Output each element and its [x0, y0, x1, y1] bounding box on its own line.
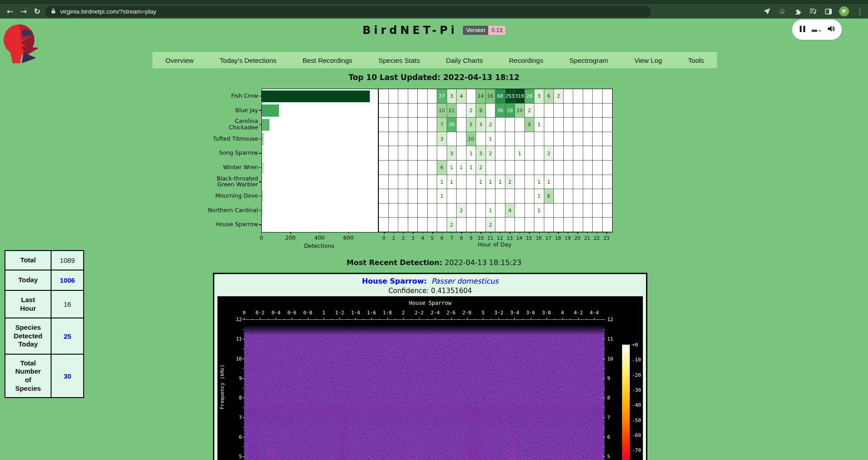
hour-tick-label: 7	[450, 235, 453, 241]
heatmap-cell	[583, 89, 593, 104]
spec-freq-tick	[603, 456, 605, 457]
heatmap-cell	[564, 204, 574, 218]
heatmap-cell	[476, 189, 486, 204]
nav-item-today-s-detections[interactable]: Today's Detections	[217, 57, 279, 64]
nav-item-species-stats[interactable]: Species Stats	[376, 57, 423, 64]
heatmap-cell	[593, 132, 603, 147]
media-playlist-icon[interactable]	[808, 7, 817, 16]
hour-tick-label: 11	[487, 235, 493, 241]
spec-freq-tick	[603, 339, 605, 339]
address-bar[interactable]: virginia.birdnetpi.com/?stream=play	[45, 6, 651, 17]
heatmap-cell	[554, 189, 564, 204]
heatmap-cell	[564, 175, 574, 190]
spec-time-label: 4	[561, 310, 564, 316]
heatmap-cell	[389, 175, 399, 190]
spec-time-label: 3·2	[494, 310, 503, 316]
back-button[interactable]: ←	[4, 4, 16, 19]
nav-item-recordings[interactable]: Recordings	[506, 57, 546, 64]
menu-dots-icon[interactable]: ⋮	[855, 7, 864, 16]
heatmap-cell	[544, 104, 554, 118]
side-panel-icon[interactable]	[824, 7, 833, 16]
pause-icon[interactable]	[799, 25, 806, 34]
stats-row-last-hour: LastHour16	[5, 290, 84, 318]
species-label-song-sparrow: Song Sparrow	[205, 146, 258, 160]
nav-item-best-recordings[interactable]: Best Recordings	[300, 57, 355, 64]
nav-item-daily-charts[interactable]: Daily Charts	[443, 57, 486, 64]
heatmap-cell	[564, 118, 574, 132]
hour-tick-label: 16	[536, 235, 542, 241]
heatmap-cell	[389, 132, 399, 147]
detection-species[interactable]: House Sparrow:	[362, 277, 426, 285]
nav-item-spectrogram[interactable]: Spectrogram	[566, 57, 611, 64]
heatmap-cell	[573, 118, 583, 132]
heatmap-cell	[408, 146, 418, 161]
hour-tick-mark	[481, 232, 481, 234]
heatmap-cell	[593, 89, 603, 104]
spec-freq-minortick	[242, 446, 244, 447]
species-label-blue-jay: Blue Jay	[205, 103, 258, 118]
nav-item-overview[interactable]: Overview	[163, 57, 197, 64]
heatmap-cell	[573, 175, 583, 190]
heatmap-cell	[554, 218, 564, 232]
heatmap-cell	[408, 189, 418, 204]
heatmap-cell: 4	[505, 204, 515, 218]
heatmap-cell: 6	[544, 189, 554, 204]
heatmap-cell	[495, 132, 505, 147]
heatmap-cell: 4	[457, 89, 467, 104]
volume-icon[interactable]	[827, 25, 835, 34]
heatmap-cell	[457, 175, 467, 190]
heatmap-cell	[544, 118, 554, 132]
hour-tick-label: 0	[382, 235, 386, 241]
bar-black-throated-green-warbler	[262, 176, 263, 188]
nav-bar: OverviewToday's DetectionsBest Recording…	[152, 52, 717, 68]
hour-tick-mark	[413, 232, 413, 234]
heatmap-cell	[418, 132, 428, 147]
heatmap-cell: 1	[447, 175, 457, 190]
heatmap-cell	[515, 175, 525, 190]
heatmap-cell	[428, 218, 438, 232]
heatmap-cell	[593, 146, 603, 161]
hour-tick-mark	[384, 232, 384, 234]
stats-value-species-detected-today[interactable]: 25	[51, 318, 84, 354]
spec-freq-label-right: 7	[607, 414, 620, 420]
heatmap-cell: 1	[467, 146, 476, 161]
spec-freq-label-right: 12	[607, 317, 620, 322]
seek-dash-icon[interactable]	[811, 25, 821, 34]
heatmap-cell	[583, 146, 593, 161]
heatmap-cell: 3	[476, 118, 486, 132]
nav-item-view-log[interactable]: View Log	[632, 57, 665, 64]
hour-tick-mark	[442, 232, 443, 234]
hour-tick-label: 20	[575, 235, 580, 241]
audio-player[interactable]	[792, 19, 842, 40]
reload-button[interactable]: ↻	[31, 4, 43, 19]
heatmap-cell: 9	[476, 104, 486, 118]
extensions-icon[interactable]	[793, 7, 802, 16]
species-label-black-throated-green-warbler: Black-throated Green Warbler	[205, 175, 258, 189]
bookmark-star-icon[interactable]: ☆	[778, 7, 787, 16]
species-label-mourning-dove: Mourning Dove	[205, 189, 258, 203]
send-icon[interactable]	[762, 7, 771, 16]
heatmap-cell	[457, 104, 467, 118]
spec-freq-minortick	[604, 349, 605, 349]
heatmap-cell: 1	[495, 175, 505, 190]
profile-avatar[interactable]: P	[839, 6, 849, 16]
heatmap-cell	[515, 218, 525, 232]
colorbar-label: -50	[632, 417, 641, 423]
heatmap-cell: 7	[437, 118, 447, 132]
stats-value-total-number-of-species[interactable]: 30	[51, 354, 84, 398]
top10-heading: Top 10 Last Updated: 2022-04-13 18:12	[0, 73, 868, 82]
heatmap-cell	[418, 204, 428, 218]
stats-value-today[interactable]: 1006	[51, 270, 84, 290]
spec-freq-minortick	[604, 329, 605, 330]
heatmap-cell	[428, 204, 438, 218]
hour-tick-label: 22	[594, 235, 599, 241]
hour-tick-mark	[568, 232, 568, 234]
spec-freq-minortick	[242, 388, 244, 389]
nav-item-tools[interactable]: Tools	[685, 57, 707, 64]
forward-button[interactable]: →	[17, 4, 30, 19]
hour-tick-mark	[519, 232, 520, 234]
bar-xtick-mark	[349, 232, 349, 234]
heatmap-cell	[398, 146, 408, 161]
heatmap-cell	[583, 118, 593, 132]
hourly-heatmap: 2734141668253319283621011293639102726532…	[378, 89, 613, 232]
